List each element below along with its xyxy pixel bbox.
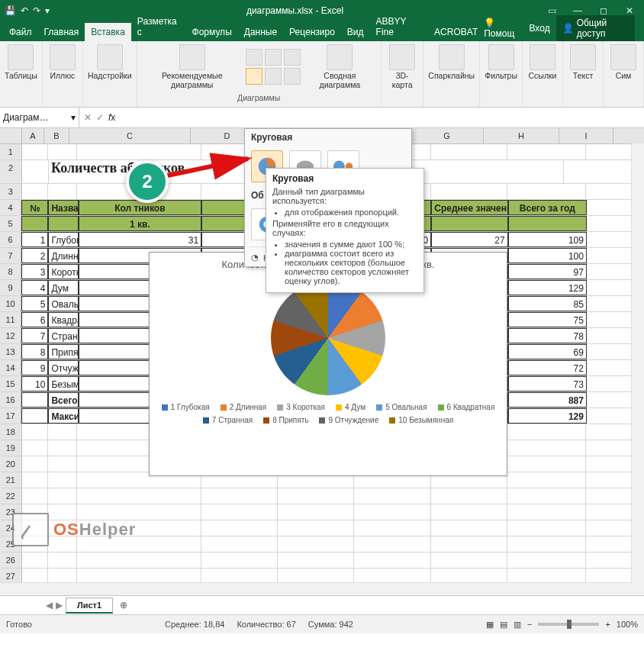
addins-button[interactable]: Надстройки: [88, 44, 132, 81]
cell[interactable]: [278, 520, 354, 536]
illustrations-button[interactable]: Иллюс: [47, 44, 78, 81]
row-header[interactable]: 22: [0, 488, 22, 504]
cell[interactable]: Всего за год: [508, 200, 587, 215]
cell[interactable]: Короткая: [48, 264, 78, 279]
cell[interactable]: [507, 472, 586, 488]
cell[interactable]: Глубокая: [48, 232, 78, 247]
cell[interactable]: Странная: [48, 328, 78, 343]
row-header[interactable]: 16: [0, 392, 21, 408]
horizontal-scrollbar[interactable]: [0, 582, 632, 595]
cell[interactable]: [431, 569, 507, 584]
zoom-slider[interactable]: [538, 623, 599, 626]
fx-icon[interactable]: fx: [108, 112, 115, 123]
cell[interactable]: 72: [508, 360, 587, 375]
row-header[interactable]: 21: [0, 472, 22, 488]
cell[interactable]: [431, 504, 507, 520]
cell[interactable]: 3: [21, 264, 48, 279]
cell[interactable]: Припять: [48, 344, 78, 359]
minimize-icon[interactable]: —: [566, 5, 589, 16]
cell[interactable]: [77, 569, 201, 584]
cell[interactable]: [77, 144, 201, 159]
cell[interactable]: 10: [21, 376, 48, 391]
cell[interactable]: №: [21, 200, 48, 215]
cell[interactable]: Овальная: [48, 296, 78, 311]
cell[interactable]: [354, 520, 430, 536]
cell[interactable]: Среднее значение за: [431, 200, 507, 215]
row-header[interactable]: 13: [0, 344, 21, 359]
cell[interactable]: Безымянная: [48, 376, 78, 391]
zoom-out-icon[interactable]: −: [527, 620, 532, 629]
cell[interactable]: Длинная: [48, 248, 78, 263]
sheet-nav-next[interactable]: ▶: [56, 600, 63, 611]
redo-icon[interactable]: ↷: [33, 5, 40, 16]
cell[interactable]: [507, 569, 586, 584]
tab-acrobat[interactable]: ACROBAT: [428, 23, 484, 41]
cell[interactable]: [201, 536, 278, 552]
row-header[interactable]: 4: [0, 200, 21, 215]
cell[interactable]: [431, 536, 507, 552]
row-header[interactable]: 7: [0, 248, 21, 263]
row-header[interactable]: 1: [0, 144, 22, 159]
cell[interactable]: 109: [508, 232, 587, 247]
col-header[interactable]: G: [411, 128, 484, 143]
cell[interactable]: [48, 488, 77, 504]
cell[interactable]: [354, 488, 430, 504]
cell[interactable]: [21, 392, 48, 408]
undo-icon[interactable]: ↶: [21, 5, 28, 16]
cell[interactable]: 129: [508, 408, 587, 424]
cell[interactable]: [48, 144, 77, 159]
cell[interactable]: [48, 472, 77, 488]
cell[interactable]: [278, 488, 354, 504]
cell[interactable]: [201, 553, 278, 568]
cell[interactable]: [22, 488, 49, 504]
select-all-corner[interactable]: [0, 128, 22, 143]
cell[interactable]: [77, 553, 201, 568]
cell[interactable]: [48, 440, 77, 456]
tables-button[interactable]: Таблицы: [5, 44, 37, 81]
share-button[interactable]: 👤 Общий доступ: [556, 15, 635, 41]
tab-formulas[interactable]: Формулы: [186, 23, 238, 41]
cell[interactable]: [507, 536, 586, 552]
name-box[interactable]: Диаграм…▾: [0, 108, 79, 127]
cell[interactable]: 69: [508, 344, 587, 359]
tab-review[interactable]: Рецензиро: [283, 23, 341, 41]
cell[interactable]: [278, 536, 354, 552]
col-header[interactable]: B: [44, 128, 69, 143]
row-header[interactable]: 9: [0, 280, 21, 295]
add-sheet-button[interactable]: ⊕: [116, 600, 131, 611]
sign-in[interactable]: Вход: [529, 23, 549, 34]
cell[interactable]: [354, 553, 430, 568]
cell[interactable]: 129: [508, 280, 587, 295]
cell[interactable]: [22, 472, 49, 488]
cell[interactable]: Кол тников: [79, 200, 202, 215]
tab-insert[interactable]: Вставка: [85, 23, 131, 41]
tell-me[interactable]: 💡 Помощ: [484, 18, 523, 39]
cell[interactable]: [431, 553, 507, 568]
row-header[interactable]: 27: [0, 569, 22, 584]
tab-abbyy[interactable]: ABBYY Fine: [370, 12, 429, 41]
view-break-icon[interactable]: ▥: [514, 620, 521, 630]
row-header[interactable]: 19: [0, 440, 22, 456]
cell[interactable]: [507, 456, 586, 472]
sheet-nav-prev[interactable]: ◀: [46, 600, 53, 611]
cell[interactable]: 7: [21, 328, 48, 343]
cell[interactable]: [22, 456, 49, 472]
cell[interactable]: [201, 520, 278, 536]
save-icon[interactable]: 💾: [5, 5, 16, 16]
col-header[interactable]: I: [559, 128, 613, 143]
cell[interactable]: 100: [508, 248, 587, 263]
cell[interactable]: 1: [21, 232, 48, 247]
zoom-controls[interactable]: ▦ ▤ ▥ − + 100%: [486, 620, 638, 630]
zoom-in-icon[interactable]: +: [605, 620, 610, 629]
cell[interactable]: [201, 488, 278, 504]
zoom-percent[interactable]: 100%: [617, 620, 638, 629]
cell[interactable]: [48, 216, 78, 231]
cell[interactable]: [48, 569, 77, 584]
row-header[interactable]: 6: [0, 232, 21, 247]
row-header[interactable]: 17: [0, 408, 21, 424]
cell[interactable]: [22, 424, 49, 440]
row-header[interactable]: 12: [0, 328, 21, 343]
cell[interactable]: 6: [21, 312, 48, 327]
sparklines-button[interactable]: Спарклайны: [428, 44, 475, 81]
tab-view[interactable]: Вид: [341, 23, 370, 41]
